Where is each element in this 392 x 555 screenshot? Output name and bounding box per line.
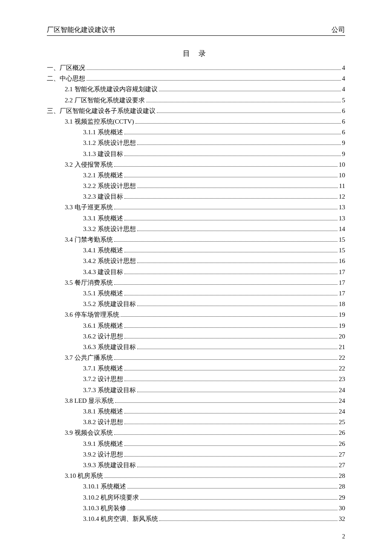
toc-entry-label: 3.7.3 系统建设目标 [83,385,136,396]
toc-entry-label: 3.1.3 建设目标 [83,149,123,159]
document-page: 厂区智能化建设建议书 公司 目 录 一、厂区概况4二、中心思想42.1 智能化系… [0,0,392,555]
toc-entry[interactable]: 3.1.2 系统设计思想9 [83,138,345,148]
toc-entry[interactable]: 3.3 电子巡更系统13 [65,202,345,213]
toc-entry-label: 3.8.2 设计思想 [83,417,123,428]
toc-entry-page: 24 [339,406,345,417]
toc-entry[interactable]: 三、厂区智能化建设各子系统建设建议6 [47,106,345,116]
toc-entry[interactable]: 3.10.2 机房环境要求29 [83,492,345,503]
table-of-contents: 一、厂区概况4二、中心思想42.1 智能化系统建设内容规划建议42.2 厂区智能… [47,63,345,524]
toc-entry[interactable]: 3.6 停车场管理系统19 [65,309,345,320]
toc-entry-label: 3.2 入侵报警系统 [65,159,113,170]
toc-leader-dots [114,166,338,167]
toc-entry[interactable]: 3.9.2 设计思想27 [83,449,345,460]
toc-leader-dots [124,252,337,252]
toc-entry[interactable]: 3.6.3 系统建设目标21 [83,342,345,353]
toc-entry-label: 三、厂区智能化建设各子系统建设建议 [47,106,156,116]
toc-leader-dots [86,69,341,70]
toc-leader-dots [127,488,337,489]
toc-leader-dots [124,381,337,381]
toc-leader-dots [124,413,337,413]
toc-entry[interactable]: 3.8.1 系统概述24 [83,406,345,417]
toc-entry-page: 9 [342,149,346,159]
toc-entry[interactable]: 3.4.1 系统概述15 [83,245,345,256]
toc-entry[interactable]: 3.9.3 系统建设目标27 [83,460,345,471]
toc-entry[interactable]: 3.7.3 系统建设目标24 [83,385,345,396]
toc-entry[interactable]: 3.4 门禁考勤系统15 [65,234,345,245]
toc-entry-label: 3.1.2 系统设计思想 [83,138,136,148]
toc-leader-dots [140,499,337,500]
toc-entry-page: 32 [339,514,345,524]
toc-entry[interactable]: 一、厂区概况4 [47,63,345,73]
toc-entry[interactable]: 3.2.1 系统概述10 [83,170,345,181]
toc-leader-dots [159,520,337,521]
toc-entry-page: 21 [339,342,345,353]
toc-entry-label: 2.2 厂区智能化系统建设要求 [65,95,145,106]
toc-leader-dots [114,284,338,285]
toc-entry[interactable]: 3.7.2 设计思想23 [83,374,345,384]
toc-leader-dots [114,434,338,435]
toc-leader-dots [124,295,337,295]
toc-entry[interactable]: 3.1.1 系统概述6 [83,127,345,138]
toc-entry[interactable]: 3.2.3 建设目标12 [83,191,345,202]
toc-entry[interactable]: 3.9.1 系统概述26 [83,439,345,449]
toc-entry-label: 一、厂区概况 [47,63,85,73]
toc-entry[interactable]: 3.2.2 系统设计思想11 [83,181,345,191]
toc-entry-label: 3.7.2 设计思想 [83,374,123,384]
toc-entry-label: 3.2.1 系统概述 [83,170,123,181]
toc-entry[interactable]: 2.1 智能化系统建设内容规划建议4 [65,84,345,95]
toc-entry-page: 19 [339,309,345,320]
toc-leader-dots [124,327,337,328]
toc-entry[interactable]: 3.8 LED 显示系统24 [65,396,345,406]
toc-leader-dots [124,156,341,156]
toc-entry[interactable]: 3.6.2 设计思想20 [83,331,345,342]
toc-entry-label: 3.10.3 机房装修 [83,503,126,514]
toc-entry[interactable]: 3.9 视频会议系统26 [65,428,345,438]
toc-entry-label: 3.1 视频监控系统(CCTV) [65,116,134,127]
toc-entry[interactable]: 3.5.2 系统建设目标18 [83,299,345,309]
toc-entry[interactable]: 3.3.2 系统设计思想14 [83,224,345,234]
toc-entry[interactable]: 3.6.1 系统概述19 [83,321,345,331]
toc-leader-dots [114,359,338,360]
toc-entry[interactable]: 3.10 机房系统28 [65,471,345,481]
toc-entry[interactable]: 3.5.1 系统概述17 [83,288,345,299]
toc-leader-dots [127,510,337,510]
toc-leader-dots [135,123,341,124]
toc-entry-page: 15 [339,234,345,245]
toc-entry-page: 19 [339,321,345,331]
toc-entry[interactable]: 3.2 入侵报警系统10 [65,159,345,170]
toc-entry[interactable]: 3.10.3 机房装修30 [83,503,345,514]
toc-entry[interactable]: 二、中心思想4 [47,73,345,84]
toc-entry-page: 26 [339,428,345,438]
toc-entry[interactable]: 3.10.1 系统概述28 [83,481,345,492]
toc-entry[interactable]: 3.7 公共广播系统22 [65,353,345,363]
toc-entry[interactable]: 3.5 餐厅消费系统17 [65,278,345,288]
toc-entry[interactable]: 3.1 视频监控系统(CCTV)6 [65,116,345,127]
toc-entry-label: 二、中心思想 [47,73,85,84]
toc-entry[interactable]: 3.3.1 系统概述13 [83,213,345,224]
toc-entry-label: 3.10 机房系统 [65,471,103,481]
toc-entry-page: 11 [339,181,345,191]
toc-entry-label: 3.6.2 设计思想 [83,331,123,342]
toc-entry[interactable]: 2.2 厂区智能化系统建设要求5 [65,95,345,106]
toc-entry-page: 15 [339,245,345,256]
toc-entry-label: 3.4.2 系统设计思想 [83,256,136,266]
toc-entry[interactable]: 3.10.4 机房空调、新风系统32 [83,514,345,524]
toc-entry-page: 27 [339,449,345,460]
toc-entry-label: 3.4.3 建设目标 [83,267,123,278]
toc-entry-label: 3.5 餐厅消费系统 [65,278,113,288]
page-number: 2 [342,533,345,540]
toc-entry-page: 4 [342,84,346,95]
toc-leader-dots [159,91,341,91]
toc-entry[interactable]: 3.4.2 系统设计思想16 [83,256,345,266]
toc-leader-dots [124,370,337,370]
toc-entry[interactable]: 3.7.1 系统概述22 [83,363,345,374]
toc-entry[interactable]: 3.8.2 设计思想25 [83,417,345,428]
toc-entry-label: 3.6.1 系统概述 [83,321,123,331]
toc-entry-label: 3.2.3 建设目标 [83,191,123,202]
toc-entry-page: 13 [339,202,345,213]
toc-leader-dots [137,392,337,392]
toc-leader-dots [137,349,337,349]
toc-entry[interactable]: 3.1.3 建设目标9 [83,149,345,159]
toc-entry[interactable]: 3.4.3 建设目标17 [83,267,345,278]
toc-entry-label: 3.3.1 系统概述 [83,213,123,224]
